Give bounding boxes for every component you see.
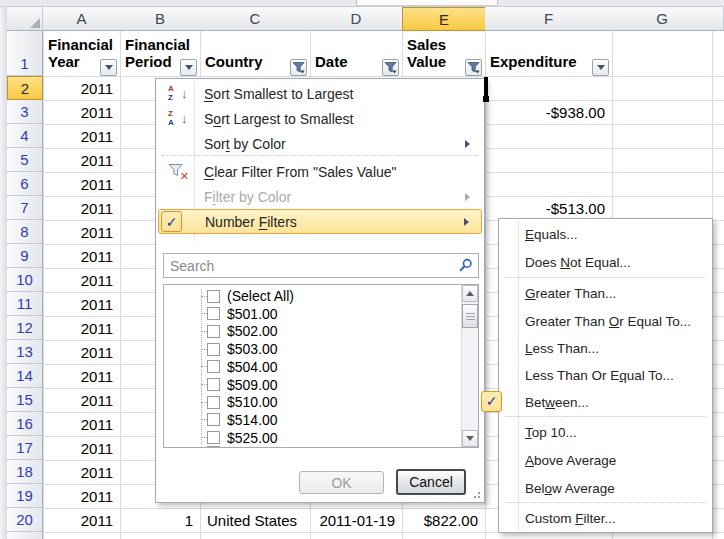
value-checkbox[interactable] [207,343,220,356]
search-input[interactable] [163,253,479,278]
row-header-1[interactable]: 1 [7,31,43,76]
submenu-item-below-average[interactable]: Below Average [501,475,710,502]
submenu-item-equals[interactable]: Equals... [501,221,710,248]
row-header-3[interactable]: 3 [7,100,43,124]
ok-button[interactable]: OK [299,471,384,494]
cell-a11[interactable]: 2011 [44,293,120,316]
cell-a19[interactable]: 2011 [44,485,120,508]
cell-a16[interactable]: 2011 [44,413,120,436]
cell-f3[interactable]: -$938.00 [486,101,612,124]
submenu-item-does-not-equal[interactable]: Does Not Equal... [501,249,710,276]
column-header-d[interactable]: D [310,7,403,31]
row-header-17[interactable]: 17 [7,436,43,460]
resize-grip[interactable] [471,489,481,499]
filter-value-item[interactable]: $502.00 [164,322,460,340]
cell-c20[interactable]: United States [201,509,310,532]
filter-value-item[interactable]: $510.00 [164,393,460,411]
value-checkbox[interactable] [207,325,220,338]
row-header-5[interactable]: 5 [7,148,43,172]
cell-a14[interactable]: 2011 [44,365,120,388]
cell-a20[interactable]: 2011 [44,509,120,532]
cancel-button[interactable]: Cancel [396,469,466,495]
cell-a6[interactable]: 2011 [44,173,120,196]
submenu-item-less-than-or-equal-to[interactable]: Less Than Or Equal To... [501,362,710,389]
cell-a17[interactable]: 2011 [44,437,120,460]
row-header-12[interactable]: 12 [7,316,43,340]
submenu-item-custom-filter[interactable]: Custom Filter... [501,505,710,532]
row-header-14[interactable]: 14 [7,364,43,388]
cell-a18[interactable]: 2011 [44,461,120,484]
cell-a12[interactable]: 2011 [44,317,120,340]
cell-a5[interactable]: 2011 [44,149,120,172]
row-header-9[interactable]: 9 [7,244,43,268]
cell-a9[interactable]: 2011 [44,245,120,268]
submenu-item-greater-than[interactable]: Greater Than... [501,280,710,307]
cell-a8[interactable]: 2011 [44,221,120,244]
filter-value-item[interactable]: $514.00 [164,411,460,429]
scroll-up-button[interactable] [462,285,478,302]
row-header-18[interactable]: 18 [7,460,43,484]
scroll-down-button[interactable] [462,430,478,447]
filter-button-f[interactable] [592,59,609,76]
cell-e20[interactable]: $822.00 [403,509,485,532]
cell-a13[interactable]: 2011 [44,341,120,364]
menu-item-sort-by-color[interactable]: Sort by Color [158,131,482,156]
column-header-partial[interactable] [712,7,724,31]
value-checkbox[interactable] [207,413,220,426]
cell-a4[interactable]: 2011 [44,125,120,148]
submenu-item-top-10[interactable]: Top 10... [501,419,710,446]
menu-item-filter-by-color[interactable]: Filter by Color [158,184,482,209]
row-header-13[interactable]: 13 [7,340,43,364]
filter-button-a[interactable] [100,59,117,76]
row-header-7[interactable]: 7 [7,196,43,220]
cell-d20[interactable]: 2011-01-19 [311,509,402,532]
submenu-item-between[interactable]: Between...✓ [501,389,710,416]
cell-f7[interactable]: -$513.00 [486,197,612,220]
filter-value-item[interactable]: $501.00 [164,305,460,323]
value-checkbox[interactable] [207,307,220,320]
value-checkbox[interactable] [207,396,220,409]
cell-a15[interactable]: 2011 [44,389,120,412]
value-checkbox[interactable] [207,431,220,444]
submenu-item-greater-than-or-equal-to[interactable]: Greater Than Or Equal To... [501,308,710,335]
filter-value-item[interactable]: $503.00 [164,340,460,358]
select-all-corner[interactable] [7,7,43,31]
column-header-c[interactable]: C [200,7,311,31]
column-header-g[interactable]: G [612,7,713,31]
filter-button-e[interactable] [465,59,482,76]
value-checkbox[interactable] [207,378,220,391]
active-cell-fill-handle[interactable] [483,96,489,102]
column-header-a[interactable]: A [43,7,121,31]
value-checkbox[interactable] [207,360,220,373]
row-header-4[interactable]: 4 [7,124,43,148]
filter-value-item[interactable]: $504.00 [164,358,460,376]
filter-value-item[interactable]: $509.00 [164,376,460,394]
menu-item-number-filters[interactable]: Number Filters✓ [158,209,482,234]
search-icon[interactable] [458,258,473,273]
filter-value-item[interactable]: $525.00 [164,429,460,447]
filter-button-c[interactable] [290,59,307,76]
row-header-6[interactable]: 6 [7,172,43,196]
cell-b20[interactable]: 1 [121,509,200,532]
row-header-15[interactable]: 15 [7,388,43,412]
list-scrollbar[interactable] [461,285,478,447]
row-header-11[interactable]: 11 [7,292,43,316]
filter-button-d[interactable] [382,59,399,76]
row-header-19[interactable]: 19 [7,484,43,508]
scrollbar-thumb[interactable] [462,304,478,328]
cell-a3[interactable]: 2011 [44,101,120,124]
cell-a7[interactable]: 2011 [44,197,120,220]
row-header-8[interactable]: 8 [7,220,43,244]
row-header-2[interactable]: 2 [7,76,43,100]
column-header-b[interactable]: B [120,7,201,31]
menu-item-clear-filter-from-sales-value[interactable]: Clear Filter From "Sales Value"✕ [158,159,482,184]
column-header-e[interactable]: E [402,7,486,31]
row-header-16[interactable]: 16 [7,412,43,436]
row-header-20[interactable]: 20 [7,508,43,532]
submenu-item-above-average[interactable]: Above Average [501,447,710,474]
column-header-f[interactable]: F [485,7,613,31]
menu-item-sort-smallest-to-largest[interactable]: Sort Smallest to LargestAZ↓ [158,81,482,106]
menu-item-sort-largest-to-smallest[interactable]: Sort Largest to SmallestZA↓ [158,106,482,131]
filter-value-item[interactable]: (Select All) [164,287,460,305]
cell-a10[interactable]: 2011 [44,269,120,292]
